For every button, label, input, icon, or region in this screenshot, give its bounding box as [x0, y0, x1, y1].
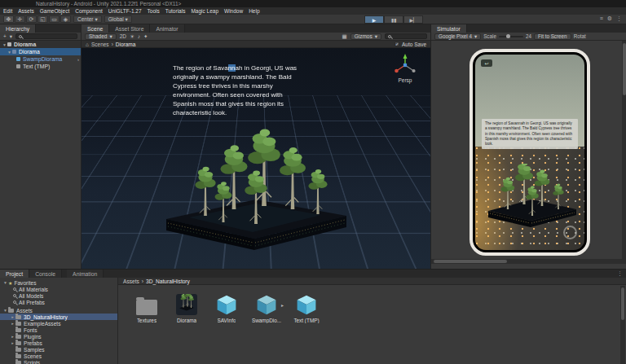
folder-row-prefabs[interactable]: ▸ Prefabs [0, 340, 117, 346]
asset-item[interactable]: Diorama [169, 292, 205, 323]
scene-gizmo[interactable]: Persp [391, 53, 419, 83]
hierarchy-item-text-tmp[interactable]: Text (TMP) [0, 63, 81, 70]
add-gameobject-button[interactable]: + [3, 33, 7, 39]
tab-asset-store[interactable]: Asset Store [109, 24, 150, 33]
breadcrumb-current-folder[interactable]: 3D_NaturalHistory [146, 278, 190, 284]
scrollbar-thumb[interactable] [434, 260, 507, 263]
audio-toggle-icon[interactable]: ♪ [138, 33, 140, 39]
menu-item[interactable]: Assets [18, 8, 34, 14]
tab-simulator[interactable]: Simulator [431, 24, 467, 33]
breadcrumb-root[interactable]: Scenes [91, 42, 109, 47]
menu-item[interactable]: Tools [148, 8, 160, 14]
simulator-screen[interactable]: ↩ The region of Savannah in Georgi, US w… [475, 55, 584, 250]
menu-item[interactable]: Window [224, 8, 243, 14]
more-icon[interactable]: ⋮ [617, 270, 623, 277]
folder-row-plugins[interactable]: ▸ Plugins [0, 333, 117, 340]
effects-toggle-icon[interactable]: ✦ [143, 33, 148, 40]
menu-item[interactable]: Tutorials [165, 8, 186, 14]
hierarchy-item-diorama[interactable]: ▼ Diorama [0, 48, 81, 55]
step-button[interactable]: ▶▏ [403, 15, 423, 24]
breadcrumb-current[interactable]: Diorama [116, 42, 136, 47]
move-tool-button[interactable]: ✛ [15, 15, 25, 23]
transform-tool-button[interactable]: ◈ [60, 15, 71, 23]
scale-slider[interactable] [499, 36, 523, 37]
scale-tool-button[interactable]: ◱ [37, 15, 48, 23]
tab-animator[interactable]: Animator [150, 24, 184, 33]
projection-mode-label[interactable]: Persp [391, 77, 419, 83]
expand-arrow-icon[interactable]: ▸ [10, 340, 15, 345]
menu-item[interactable]: Edit [3, 8, 12, 14]
favorite-all-prefabs[interactable]: All Prefabs [0, 299, 117, 305]
hierarchy-item-swampdiorama[interactable]: SwampDiorama › [0, 55, 81, 63]
scene-header-row[interactable]: ▼ Diorama [0, 41, 81, 48]
open-prefab-arrow-icon[interactable]: › [77, 57, 81, 62]
tab-animation[interactable]: Animation [67, 270, 104, 278]
hand-tool-button[interactable]: ✥ [3, 15, 14, 23]
scale-slider-thumb[interactable] [506, 34, 510, 38]
folder-row-3d-naturalhistory[interactable]: ▸ 3D_NaturalHistory [0, 314, 117, 320]
2d-toggle-button[interactable]: 2D [120, 33, 126, 39]
favorite-all-models[interactable]: All Models [0, 292, 117, 299]
menu-item[interactable]: Magic Leap [191, 8, 218, 14]
scene-search-input[interactable] [385, 33, 427, 39]
expand-asset-arrow-icon[interactable]: ▸ [281, 302, 284, 308]
layers-icon[interactable]: ≡ [600, 15, 603, 22]
shading-mode-dropdown[interactable]: Shaded ▾ [85, 33, 117, 40]
folder-row-scenes[interactable]: Scenes [0, 353, 117, 359]
expand-arrow-icon[interactable]: ▸ [10, 321, 15, 326]
menu-item[interactable]: Component [75, 8, 103, 14]
rect-tool-button[interactable]: ▭ [49, 15, 60, 23]
rotate-button[interactable]: Rotat [574, 33, 586, 39]
expand-arrow-icon[interactable]: ▼ [2, 308, 8, 313]
device-dropdown[interactable]: Google Pixel 4 ▾ [434, 33, 481, 40]
pivot-toggle-button[interactable]: Center ▾ [73, 15, 102, 23]
expand-arrow-icon[interactable]: ▼ [7, 50, 12, 55]
back-button[interactable]: ↩ [481, 59, 492, 67]
menu-item[interactable]: Help [249, 8, 259, 14]
pause-button[interactable]: ▮▮ [384, 15, 403, 24]
menu-item[interactable]: GameObject [40, 8, 70, 14]
lighting-toggle-icon[interactable]: ☀ [130, 33, 134, 40]
hierarchy-search-input[interactable] [15, 33, 77, 39]
auto-save-toggle[interactable]: ✓ Auto Save [395, 42, 426, 47]
folder-row-samples[interactable]: Samples [0, 346, 117, 353]
scene-viewport[interactable]: The region of Savannah in Georgi, US was… [82, 48, 430, 269]
gear-icon[interactable]: ⚙ [607, 15, 612, 22]
expand-arrow-icon[interactable]: ▼ [2, 280, 8, 285]
scrollbar-thumb[interactable] [621, 287, 624, 320]
rotate-tool-button[interactable]: ⟳ [26, 15, 37, 23]
tab-console[interactable]: Console [29, 270, 62, 278]
assets-root-label: Assets [16, 308, 33, 314]
assets-root-row[interactable]: ▼ Assets [0, 307, 117, 314]
scrollbar-thumb[interactable] [623, 43, 626, 95]
expand-arrow-icon[interactable]: ▼ [2, 42, 7, 47]
folder-row-exampleassets[interactable]: ▸ ExampleAssets [0, 320, 117, 327]
fit-to-screen-button[interactable]: Fit to Screen [534, 33, 571, 40]
favorite-all-materials[interactable]: All Materials [0, 286, 117, 292]
play-button[interactable]: ▶ [364, 15, 384, 24]
tab-scene[interactable]: Scene [82, 24, 109, 33]
favorites-header[interactable]: ▼ ★ Favorites [0, 279, 117, 286]
asset-item[interactable]: SAVInfo [209, 292, 245, 323]
grid-visibility-icon[interactable]: ▦ [342, 33, 347, 40]
asset-item[interactable]: Textures [129, 292, 165, 323]
breadcrumb-assets[interactable]: Assets [123, 278, 139, 284]
auto-save-checkbox[interactable]: ✓ [395, 42, 399, 46]
asset-item[interactable]: Text (TMP) [289, 292, 324, 323]
tab-project[interactable]: Project [0, 270, 29, 278]
menu-item[interactable]: UniGLTF-1.27 [108, 8, 142, 14]
home-icon[interactable]: ⌂ [86, 42, 89, 47]
asset-item[interactable]: ▸ SwampDio... [249, 292, 284, 323]
folder-row-fonts[interactable]: Fonts [0, 327, 117, 333]
expand-arrow-icon[interactable]: ▸ [10, 314, 15, 319]
folder-row-scripts[interactable]: Scripts [0, 359, 117, 364]
simulator-horizontal-scrollbar[interactable] [431, 259, 622, 264]
gizmos-dropdown[interactable]: Gizmos ▾ [350, 33, 381, 40]
swamp-diorama-model[interactable] [156, 128, 359, 252]
orientation-toggle-button[interactable]: Global ▾ [104, 15, 132, 23]
simulator-vertical-scrollbar[interactable] [622, 41, 626, 264]
tab-hierarchy[interactable]: Hierarchy [0, 24, 36, 33]
asset-grid-scrollbar[interactable] [620, 286, 625, 364]
expand-arrow-icon[interactable]: ▸ [10, 334, 15, 339]
more-icon[interactable]: ⋮ [616, 15, 622, 22]
